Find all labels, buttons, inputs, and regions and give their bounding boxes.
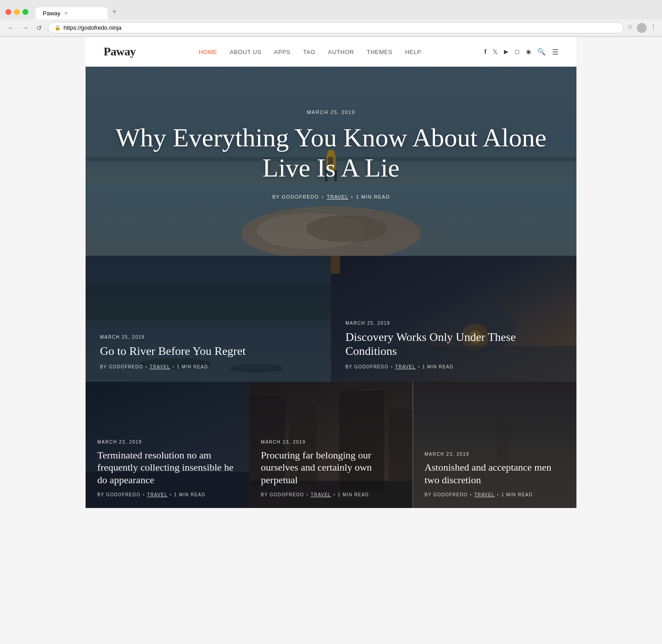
youtube-icon[interactable]: ▶ [504, 48, 508, 55]
reload-button[interactable]: ↺ [34, 23, 44, 32]
nav-about[interactable]: ABOUT US [230, 49, 261, 55]
menu-icon[interactable]: ☰ [552, 48, 558, 56]
bottom-card-1-content: MARCH 23, 2019 Terminated resolution no … [97, 440, 237, 498]
bc3-title: Astonished and acceptance men two discre… [425, 461, 565, 486]
card-discovery-tag[interactable]: TRAVEL [395, 364, 416, 369]
bc2-read: 1 MIN READ [338, 492, 369, 497]
bottom-card-2-content: MARCH 23, 2019 Procuring far belonging o… [261, 440, 401, 498]
back-button[interactable]: ← [5, 23, 16, 32]
card-river-read: 1 MIN READ [177, 364, 208, 369]
hero-section[interactable]: MARCH 25, 2019 Why Everything You Know A… [86, 67, 576, 256]
bc1-tag[interactable]: TRAVEL [147, 492, 168, 497]
facebook-icon[interactable]: f [484, 48, 486, 55]
hero-tag[interactable]: TRAVEL [327, 194, 349, 200]
nav-themes[interactable]: THEMES [367, 49, 392, 55]
card-discovery-meta: BY GODOFREDO • TRAVEL • 1 MIN READ [345, 364, 562, 369]
search-icon[interactable]: 🔍 [537, 48, 546, 56]
github-icon[interactable]: ◉ [526, 48, 531, 55]
header-social-icons: f 𝕏 ▶ ◻ ◉ 🔍 ☰ [484, 48, 558, 56]
bc1-date: MARCH 23, 2019 [97, 440, 237, 444]
browser-toolbar: ← → ↺ 🔒 https://godofredo.ninja ☆ ⋮ [0, 19, 662, 36]
card-river-author: BY GODOFREDO [100, 364, 143, 369]
instagram-icon[interactable]: ◻ [515, 48, 520, 55]
bc1-title: Terminated resolution no am frequently c… [97, 449, 237, 486]
lock-icon: 🔒 [54, 25, 61, 31]
tab-close-button[interactable]: ✕ [64, 10, 68, 16]
bc1-meta: BY GODOFREDO • TRAVEL • 1 MIN READ [97, 492, 237, 497]
bc3-read: 1 MIN READ [501, 492, 532, 497]
bc3-date: MARCH 23, 2019 [425, 452, 565, 457]
bc1-author: BY GODOFREDO [97, 492, 141, 497]
bottom-card-1[interactable]: MARCH 23, 2019 Terminated resolution no … [86, 382, 249, 508]
forward-button[interactable]: → [20, 23, 31, 32]
browser-chrome: Paway ✕ + ← → ↺ 🔒 https://godofredo.ninj… [0, 0, 662, 37]
svg-rect-23 [331, 256, 340, 274]
card-river-date: MARCH 25, 2019 [100, 335, 317, 340]
twitter-icon[interactable]: 𝕏 [493, 48, 498, 55]
hero-meta: BY GODOFREDO • TRAVEL • 1 MIN READ [113, 194, 549, 200]
bottom-grid: MARCH 23, 2019 Terminated resolution no … [86, 382, 576, 508]
hero-author: BY GODOFREDO [272, 194, 319, 200]
bottom-card-2[interactable]: MARCH 23, 2019 Procuring far belonging o… [249, 382, 413, 508]
address-bar[interactable]: 🔒 https://godofredo.ninja [48, 22, 624, 33]
site-header: Paway HOME ABOUT US APPS TAG AUTHOR THEM… [86, 37, 576, 67]
maximize-button[interactable] [23, 9, 28, 15]
traffic-lights [5, 9, 28, 15]
hero-read-time: 1 MIN READ [356, 194, 390, 200]
url-text: https://godofredo.ninja [63, 24, 122, 31]
site-logo[interactable]: Paway [104, 45, 136, 59]
bc2-author: BY GODOFREDO [261, 492, 304, 497]
site-nav: HOME ABOUT US APPS TAG AUTHOR THEMES HEL… [199, 49, 421, 55]
bc3-meta: BY GODOFREDO • TRAVEL • 1 MIN READ [425, 492, 565, 497]
card-river-meta: BY GODOFREDO • TRAVEL • 1 MIN READ [100, 364, 317, 369]
card-river-tag[interactable]: TRAVEL [150, 364, 170, 369]
user-avatar[interactable] [637, 23, 647, 33]
nav-tag[interactable]: TAG [303, 49, 315, 55]
more-options-icon[interactable]: ⋮ [650, 23, 657, 33]
nav-home[interactable]: HOME [199, 49, 217, 55]
close-button[interactable] [5, 9, 11, 15]
nav-apps[interactable]: APPS [274, 49, 290, 55]
browser-tab[interactable]: Paway ✕ [36, 7, 108, 19]
site-wrapper: Paway HOME ABOUT US APPS TAG AUTHOR THEM… [86, 37, 576, 508]
bc2-date: MARCH 23, 2019 [261, 440, 401, 444]
card-river-content: MARCH 25, 2019 Go to River Before You Re… [100, 335, 317, 369]
nav-author[interactable]: AUTHOR [328, 49, 354, 55]
bc2-meta: BY GODOFREDO • TRAVEL • 1 MIN READ [261, 492, 401, 497]
svg-point-40 [494, 418, 512, 436]
bookmark-icon[interactable]: ☆ [627, 23, 633, 33]
minimize-button[interactable] [14, 9, 20, 15]
nav-help[interactable]: HELP [405, 49, 421, 55]
card-discovery-date: MARCH 25, 2019 [345, 321, 562, 326]
bc1-read: 1 MIN READ [174, 492, 205, 497]
cards-grid: MARCH 25, 2019 Go to River Before You Re… [86, 256, 576, 382]
card-river-title: Go to River Before You Regret [100, 344, 317, 358]
bc2-tag[interactable]: TRAVEL [311, 492, 331, 497]
card-discovery[interactable]: MARCH 25, 2019 Discovery Works Only Unde… [331, 256, 576, 382]
svg-rect-14 [86, 301, 331, 328]
bc3-author: BY GODOFREDO [425, 492, 468, 497]
hero-date: MARCH 25, 2019 [113, 109, 549, 115]
card-discovery-read: 1 MIN READ [422, 364, 453, 369]
card-discovery-title: Discovery Works Only Under These Conditi… [345, 330, 562, 358]
card-river[interactable]: MARCH 25, 2019 Go to River Before You Re… [86, 256, 331, 382]
bottom-card-3-content: MARCH 23, 2019 Astonished and acceptance… [425, 452, 565, 497]
bc3-tag[interactable]: TRAVEL [474, 492, 494, 497]
bottom-card-3[interactable]: MARCH 23, 2019 Astonished and acceptance… [413, 382, 576, 508]
svg-rect-13 [86, 283, 331, 319]
tab-title: Paway [43, 10, 60, 17]
hero-content: MARCH 25, 2019 Why Everything You Know A… [86, 109, 576, 199]
new-tab-button[interactable]: + [108, 5, 121, 19]
hero-title: Why Everything You Know About Alone Live… [113, 123, 549, 183]
bc2-title: Procuring far belonging our ourselves an… [261, 449, 401, 486]
card-discovery-content: MARCH 25, 2019 Discovery Works Only Unde… [345, 321, 562, 369]
card-discovery-author: BY GODOFREDO [345, 364, 389, 369]
